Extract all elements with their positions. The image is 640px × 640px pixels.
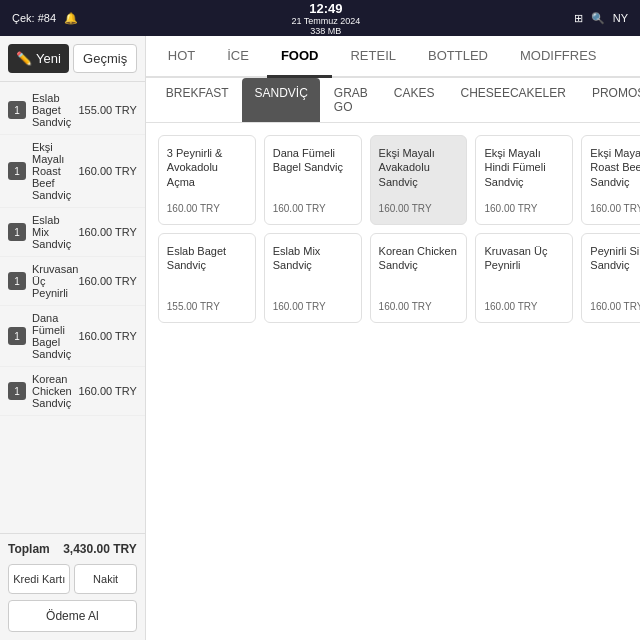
item-name: Eslab Mix Sandviç bbox=[32, 214, 78, 250]
product-name: Ekşi Mayalı Hindi Fümeli Sandviç bbox=[484, 146, 564, 197]
pay-button[interactable]: Ödeme Al bbox=[8, 600, 137, 632]
product-card[interactable]: Ekşi Mayalı Hindi Fümeli Sandviç 160.00 … bbox=[475, 135, 573, 225]
sub-tab-cakes[interactable]: CAKES bbox=[382, 78, 447, 122]
product-card[interactable]: Peynirli Simit Sandviç 160.00 TRY bbox=[581, 233, 640, 323]
top-tab-reteil[interactable]: RETEIL bbox=[336, 36, 410, 78]
product-name: Dana Fümeli Bagel Sandviç bbox=[273, 146, 353, 197]
sidebar-item[interactable]: 1 Eslab Baget Sandviç 155.00 TRY bbox=[0, 86, 145, 135]
item-quantity: 1 bbox=[8, 162, 26, 180]
sub-tab-promosyon[interactable]: PROMOSYON bbox=[580, 78, 640, 122]
product-card[interactable]: Korean Chicken Sandviç 160.00 TRY bbox=[370, 233, 468, 323]
product-price: 160.00 TRY bbox=[379, 301, 459, 312]
credit-card-button[interactable]: Kredi Kartı bbox=[8, 564, 70, 594]
sidebar-items: 1 Eslab Baget Sandviç 155.00 TRY 1 Ekşi … bbox=[0, 82, 145, 533]
item-quantity: 1 bbox=[8, 382, 26, 400]
new-order-button[interactable]: ✏️ Yeni bbox=[8, 44, 69, 73]
product-card[interactable]: Eslab Mix Sandviç 160.00 TRY bbox=[264, 233, 362, 323]
content-area: HOTİCEFOODRETEILBOTTLEDMODIFFRES BREKFAS… bbox=[146, 36, 640, 640]
status-right: ⊞ 🔍 NY bbox=[574, 12, 628, 25]
product-name: Ekşi Mayalı Roast Beef Sandviç bbox=[590, 146, 640, 197]
top-tab-i̇ce[interactable]: İCE bbox=[213, 36, 263, 78]
item-price: 160.00 TRY bbox=[78, 330, 136, 342]
top-tab-hot[interactable]: HOT bbox=[154, 36, 209, 78]
cash-button[interactable]: Nakit bbox=[74, 564, 136, 594]
time-display: 12:49 bbox=[309, 1, 342, 16]
date-display: 21 Temmuz 2024 bbox=[291, 16, 360, 26]
status-left: Çek: #84 🔔 bbox=[12, 12, 78, 25]
product-price: 155.00 TRY bbox=[167, 301, 247, 312]
history-button[interactable]: Geçmiş bbox=[73, 44, 136, 73]
product-price: 160.00 TRY bbox=[590, 203, 640, 214]
product-price: 160.00 TRY bbox=[484, 203, 564, 214]
sub-tab-brekfast[interactable]: BREKFAST bbox=[154, 78, 241, 122]
product-price: 160.00 TRY bbox=[484, 301, 564, 312]
item-name: Kruvasan Üç Peynirli bbox=[32, 263, 78, 299]
item-quantity: 1 bbox=[8, 101, 26, 119]
check-label: Çek: #84 bbox=[12, 12, 56, 24]
product-card[interactable]: Ekşi Mayalı Avakadolu Sandviç 160.00 TRY bbox=[370, 135, 468, 225]
product-price: 160.00 TRY bbox=[167, 203, 247, 214]
item-name: Eslab Baget Sandviç bbox=[32, 92, 78, 128]
item-price: 160.00 TRY bbox=[78, 385, 136, 397]
payment-buttons: Kredi Kartı Nakit bbox=[8, 564, 137, 594]
main-layout: ✏️ Yeni Geçmiş 1 Eslab Baget Sandviç 155… bbox=[0, 36, 640, 640]
sub-tabs: BREKFASTSANDVİÇGRAB GOCAKESCHESEECAKELER… bbox=[146, 78, 640, 123]
top-tab-modiffres[interactable]: MODIFFRES bbox=[506, 36, 611, 78]
product-name: Eslab Baget Sandviç bbox=[167, 244, 247, 295]
product-grid: 3 Peynirli & Avokadolu Açma 160.00 TRY D… bbox=[146, 123, 640, 640]
status-bar: Çek: #84 🔔 12:49 21 Temmuz 2024 338 MB ⊞… bbox=[0, 0, 640, 36]
item-price: 160.00 TRY bbox=[78, 275, 136, 287]
sidebar-footer: Toplam 3,430.00 TRY Kredi Kartı Nakit Öd… bbox=[0, 533, 145, 640]
product-name: Korean Chicken Sandviç bbox=[379, 244, 459, 295]
item-quantity: 1 bbox=[8, 272, 26, 290]
grid-icon[interactable]: ⊞ bbox=[574, 12, 583, 25]
item-name: Ekşi Mayalı Roast Beef Sandviç bbox=[32, 141, 78, 201]
product-name: 3 Peynirli & Avokadolu Açma bbox=[167, 146, 247, 197]
sidebar-item[interactable]: 1 Dana Fümeli Bagel Sandviç 160.00 TRY bbox=[0, 306, 145, 367]
product-price: 160.00 TRY bbox=[273, 203, 353, 214]
sub-tab-cheseecakeler[interactable]: CHESEECAKELER bbox=[449, 78, 578, 122]
item-name: Dana Fümeli Bagel Sandviç bbox=[32, 312, 78, 360]
product-card[interactable]: Kruvasan Üç Peynirli 160.00 TRY bbox=[475, 233, 573, 323]
sidebar-header: ✏️ Yeni Geçmiş bbox=[0, 36, 145, 82]
product-card[interactable]: Eslab Baget Sandviç 155.00 TRY bbox=[158, 233, 256, 323]
product-card[interactable]: Ekşi Mayalı Roast Beef Sandviç 160.00 TR… bbox=[581, 135, 640, 225]
storage-display: 338 MB bbox=[310, 26, 341, 36]
sidebar-item[interactable]: 1 Eslab Mix Sandviç 160.00 TRY bbox=[0, 208, 145, 257]
top-tab-food[interactable]: FOOD bbox=[267, 36, 333, 78]
top-tabs: HOTİCEFOODRETEILBOTTLEDMODIFFRES bbox=[146, 36, 640, 78]
status-center: 12:49 21 Temmuz 2024 338 MB bbox=[291, 1, 360, 36]
top-tab-bottled[interactable]: BOTTLED bbox=[414, 36, 502, 78]
total-row: Toplam 3,430.00 TRY bbox=[8, 542, 137, 556]
product-name: Kruvasan Üç Peynirli bbox=[484, 244, 564, 295]
sidebar: ✏️ Yeni Geçmiş 1 Eslab Baget Sandviç 155… bbox=[0, 36, 146, 640]
item-quantity: 1 bbox=[8, 223, 26, 241]
product-price: 160.00 TRY bbox=[590, 301, 640, 312]
sub-tab-grab-go[interactable]: GRAB GO bbox=[322, 78, 380, 122]
product-price: 160.00 TRY bbox=[379, 203, 459, 214]
product-price: 160.00 TRY bbox=[273, 301, 353, 312]
pencil-icon: ✏️ bbox=[16, 51, 32, 66]
sidebar-item[interactable]: 1 Kruvasan Üç Peynirli 160.00 TRY bbox=[0, 257, 145, 306]
sub-tab-sandvi--[interactable]: SANDVİÇ bbox=[242, 78, 319, 122]
sidebar-item[interactable]: 1 Korean Chicken Sandviç 160.00 TRY bbox=[0, 367, 145, 416]
notification-icon: 🔔 bbox=[64, 12, 78, 25]
item-price: 155.00 TRY bbox=[78, 104, 136, 116]
user-icon[interactable]: NY bbox=[613, 12, 628, 24]
total-value: 3,430.00 TRY bbox=[63, 542, 137, 556]
search-icon[interactable]: 🔍 bbox=[591, 12, 605, 25]
item-price: 160.00 TRY bbox=[78, 165, 136, 177]
item-name: Korean Chicken Sandviç bbox=[32, 373, 78, 409]
product-name: Eslab Mix Sandviç bbox=[273, 244, 353, 295]
product-card[interactable]: Dana Fümeli Bagel Sandviç 160.00 TRY bbox=[264, 135, 362, 225]
item-price: 160.00 TRY bbox=[78, 226, 136, 238]
product-name: Ekşi Mayalı Avakadolu Sandviç bbox=[379, 146, 459, 197]
sidebar-item[interactable]: 1 Ekşi Mayalı Roast Beef Sandviç 160.00 … bbox=[0, 135, 145, 208]
product-name: Peynirli Simit Sandviç bbox=[590, 244, 640, 295]
product-card[interactable]: 3 Peynirli & Avokadolu Açma 160.00 TRY bbox=[158, 135, 256, 225]
total-label: Toplam bbox=[8, 542, 50, 556]
item-quantity: 1 bbox=[8, 327, 26, 345]
